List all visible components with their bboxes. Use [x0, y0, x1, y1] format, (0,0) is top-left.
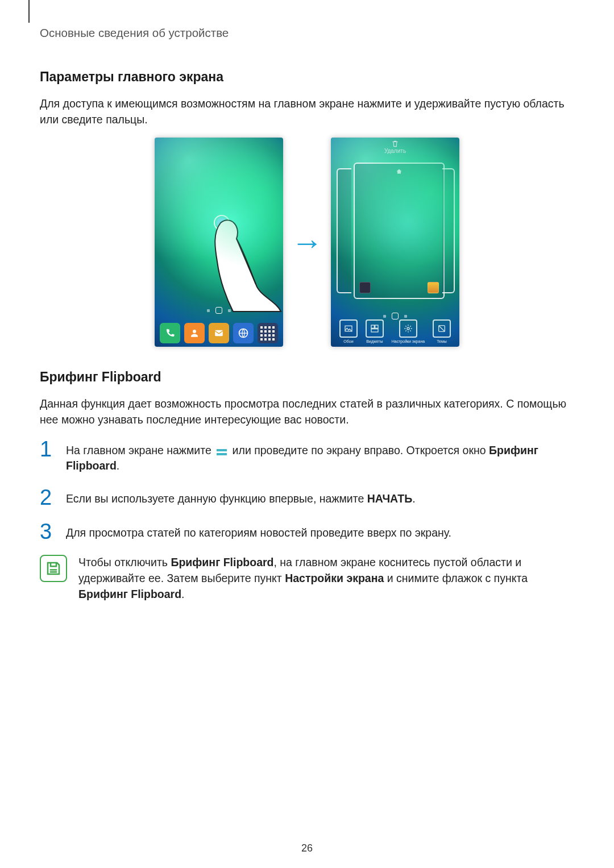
wallpapers-button: Обои: [339, 319, 358, 343]
step-text: .: [117, 459, 119, 472]
delete-target: Удалить: [331, 140, 459, 154]
panel-current: [354, 163, 445, 299]
svg-rect-4: [371, 325, 374, 328]
step-text: .: [412, 492, 415, 505]
heading-flipboard: Брифинг Flipboard: [40, 369, 574, 385]
step-text: На главном экране нажмите: [66, 444, 214, 456]
phone-icon: [160, 323, 180, 343]
arrow-right-icon: →: [291, 224, 323, 261]
screenshot-home-edit: Удалить Обои: [331, 138, 459, 347]
heading-home-options: Параметры главного экрана: [40, 69, 574, 85]
note-text: Чтобы отключить Брифинг Flipboard, на гл…: [78, 555, 574, 602]
page-indicator: [383, 313, 407, 319]
gear-icon: [399, 319, 417, 338]
messages-icon: [209, 323, 229, 343]
step-text: Если вы используете данную функцию вперв…: [66, 492, 367, 505]
step-3: 3 Для просмотра статей по категориям нов…: [40, 521, 574, 542]
internet-icon: [233, 323, 254, 343]
svg-point-0: [193, 330, 196, 333]
panel-prev: [337, 168, 351, 293]
breadcrumb: Основные сведения об устройстве: [40, 26, 574, 40]
step-1: 1 На главном экране нажмите или проведит…: [40, 438, 574, 474]
header-rule: [28, 0, 30, 23]
step-text: Для просмотра статей по категориям новос…: [66, 521, 451, 541]
screenshot-home-longpress: [155, 138, 283, 347]
step-2: 2 Если вы используете данную функцию впе…: [40, 487, 574, 508]
themes-button: Темы: [433, 319, 451, 343]
note-icon: [40, 555, 67, 582]
contacts-icon: [184, 323, 205, 343]
svg-rect-6: [371, 329, 378, 332]
step-number: 3: [40, 521, 56, 542]
apps-icon: [258, 323, 278, 343]
screenshots-row: → Удалить: [40, 138, 574, 347]
step-number: 1: [40, 438, 56, 460]
home-icon: [396, 168, 403, 177]
svg-rect-5: [375, 325, 377, 328]
step-text-bold: НАЧАТЬ: [367, 492, 412, 505]
widget-thumb: [428, 282, 439, 293]
panel-next: [442, 168, 455, 293]
widget-thumb: [359, 282, 371, 293]
page-number: 26: [301, 842, 313, 854]
dock: [155, 323, 283, 343]
image-icon: [339, 319, 358, 338]
widgets-icon: [366, 319, 384, 338]
step-number: 2: [40, 487, 56, 508]
flipboard-home-icon: [217, 449, 227, 455]
body-flipboard: Данная функция дает возможность просмотр…: [40, 396, 574, 427]
body-home-options: Для доступа к имеющимся возможностям на …: [40, 96, 574, 127]
hand-pointer-illustration: [200, 210, 280, 313]
trash-icon: [391, 140, 399, 148]
theme-icon: [433, 319, 451, 338]
hand-icon: [214, 216, 282, 313]
page-indicator: [207, 307, 231, 314]
svg-point-7: [407, 327, 409, 330]
note-block: Чтобы отключить Брифинг Flipboard, на гл…: [40, 555, 574, 602]
screen-settings-button: Настройки экрана: [392, 319, 425, 343]
step-text: или проведите по экрану вправо. Откроетс…: [233, 444, 489, 456]
widgets-button: Виджеты: [366, 319, 384, 343]
edit-toolbar: Обои Виджеты Настройки экрана Темы: [331, 319, 459, 343]
